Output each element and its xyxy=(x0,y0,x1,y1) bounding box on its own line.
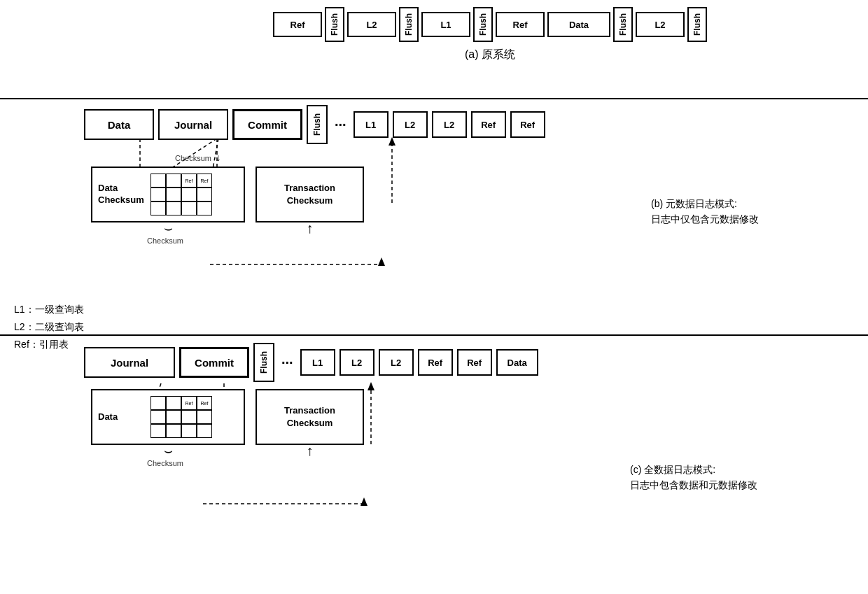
cell-b4 xyxy=(166,174,181,188)
block-l1-c: L1 xyxy=(300,349,335,376)
block-data-c-right: Data xyxy=(496,349,538,376)
cell-b8 xyxy=(181,188,197,201)
block-l2-b2: L2 xyxy=(432,111,467,138)
svg-marker-16 xyxy=(360,497,368,506)
section-b-top-row: Data Journal Commit Flush ··· L1 L2 L2 R… xyxy=(84,105,854,144)
block-l2-c2: L2 xyxy=(379,349,414,376)
block-l1-a1: L1 xyxy=(421,12,470,37)
dots-c: ··· xyxy=(281,355,293,371)
cell-c3 xyxy=(150,424,166,438)
block-data-b: Data xyxy=(84,109,154,140)
cell-c5 xyxy=(166,410,181,424)
svg-marker-9 xyxy=(378,257,385,266)
cell-b11 xyxy=(197,188,212,201)
block-ref-c1: Ref xyxy=(418,349,453,376)
grid-cells-c: Ref Ref xyxy=(150,396,212,438)
section-c-top-row: Journal Commit Flush ··· L1 L2 L2 Ref Re… xyxy=(84,343,854,382)
desc-b: (b) 元数据日志模式: 日志中仅包含元数据修改 xyxy=(651,196,847,227)
checksum-label-c-bottom: Checksum xyxy=(147,459,183,467)
section-a: Ref Flush L2 Flush L1 Flush Ref Data Flu… xyxy=(126,7,854,62)
diagram-container: Ref Flush L2 Flush L1 Flush Ref Data Flu… xyxy=(0,0,868,594)
block-commit-b: Commit xyxy=(232,109,302,140)
cell-c1 xyxy=(150,396,166,410)
brace-c: ⌣ xyxy=(164,445,173,456)
cell-b1 xyxy=(150,174,166,188)
divider-ab xyxy=(0,98,868,99)
block-flush-b: Flush xyxy=(307,105,328,144)
cell-c2 xyxy=(150,410,166,424)
desc-c-title: (c) 全数据日志模式: xyxy=(630,464,715,475)
cell-b10: Ref xyxy=(197,174,212,188)
cell-b2 xyxy=(150,188,166,201)
block-flush-a5: Flush xyxy=(687,7,707,42)
checksum-label-b-top: Checksum xyxy=(175,154,211,162)
block-l2-a1: L2 xyxy=(347,12,396,37)
block-l1-b: L1 xyxy=(354,111,388,138)
block-journal-c: Journal xyxy=(84,347,175,378)
section-a-label: (a) 原系统 xyxy=(465,48,515,62)
desc-b-detail: 日志中仅包含元数据修改 xyxy=(651,213,759,225)
cell-c4 xyxy=(166,396,181,410)
block-flush-a3: Flush xyxy=(473,7,493,42)
transaction-checksum-box-c: TransactionChecksum xyxy=(255,389,364,445)
cell-c12 xyxy=(197,424,212,438)
block-flush-a4: Flush xyxy=(613,7,633,42)
block-ref-c2: Ref xyxy=(457,349,492,376)
block-commit-c: Commit xyxy=(179,347,249,378)
section-a-blocks: Ref Flush L2 Flush L1 Flush Ref Data Flu… xyxy=(273,7,707,42)
legend-l1: L1：一级查询表 xyxy=(14,301,84,318)
checksum-arrow-b: ↓ xyxy=(216,152,220,163)
block-ref-a2: Ref xyxy=(496,12,545,37)
desc-b-title: (b) 元数据日志模式: xyxy=(651,198,737,209)
cell-b9 xyxy=(181,201,197,215)
cell-c7: Ref xyxy=(181,396,197,410)
checksum-label-b-bottom: Checksum xyxy=(147,236,183,245)
block-ref-b2: Ref xyxy=(510,111,545,138)
legend: L1：一级查询表 L2：二级查询表 Ref：引用表 xyxy=(14,301,84,354)
block-l2-b1: L2 xyxy=(393,111,428,138)
cell-c10: Ref xyxy=(197,396,212,410)
grid-cells-b: Ref Ref xyxy=(150,174,212,215)
block-data-a1: Data xyxy=(547,12,610,37)
data-checksum-box-c: Data Ref xyxy=(91,389,245,445)
cell-c6 xyxy=(166,424,181,438)
desc-c-detail: 日志中包含数据和元数据修改 xyxy=(630,479,757,490)
cell-c11 xyxy=(197,410,212,424)
data-label-c: Data xyxy=(98,411,147,423)
block-flush-c: Flush xyxy=(253,343,274,382)
brace-b: ⌣ xyxy=(164,222,173,234)
block-ref-a1: Ref xyxy=(273,12,322,37)
section-c: Journal Commit Flush ··· L1 L2 L2 Ref Re… xyxy=(84,343,854,469)
block-l2-c1: L2 xyxy=(340,349,374,376)
data-checksum-label-b: DataChecksum xyxy=(98,183,147,206)
arrow-tc-c: ↑ xyxy=(307,445,314,456)
cell-b3 xyxy=(150,201,166,215)
cell-c9 xyxy=(181,424,197,438)
brace-tc-b: ↑ xyxy=(307,222,314,234)
transaction-checksum-box-b: TransactionChecksum xyxy=(255,167,364,222)
desc-c: (c) 全数据日志模式: 日志中包含数据和元数据修改 xyxy=(630,462,847,493)
cell-c8 xyxy=(181,410,197,424)
block-ref-b1: Ref xyxy=(471,111,506,138)
divider-bc xyxy=(0,334,868,336)
cell-b7: Ref xyxy=(181,174,197,188)
block-l2-a2: L2 xyxy=(636,12,685,37)
cell-b5 xyxy=(166,188,181,201)
dots-b: ··· xyxy=(335,117,346,133)
block-journal-b: Journal xyxy=(158,109,228,140)
cell-b6 xyxy=(166,201,181,215)
legend-ref: Ref：引用表 xyxy=(14,336,84,353)
cell-b12 xyxy=(197,201,212,215)
svg-overlay xyxy=(0,0,868,594)
data-checksum-box-b: DataChecksum xyxy=(91,167,245,222)
block-flush-a1: Flush xyxy=(325,7,344,42)
block-flush-a2: Flush xyxy=(399,7,419,42)
legend-l2: L2：二级查询表 xyxy=(14,318,84,336)
